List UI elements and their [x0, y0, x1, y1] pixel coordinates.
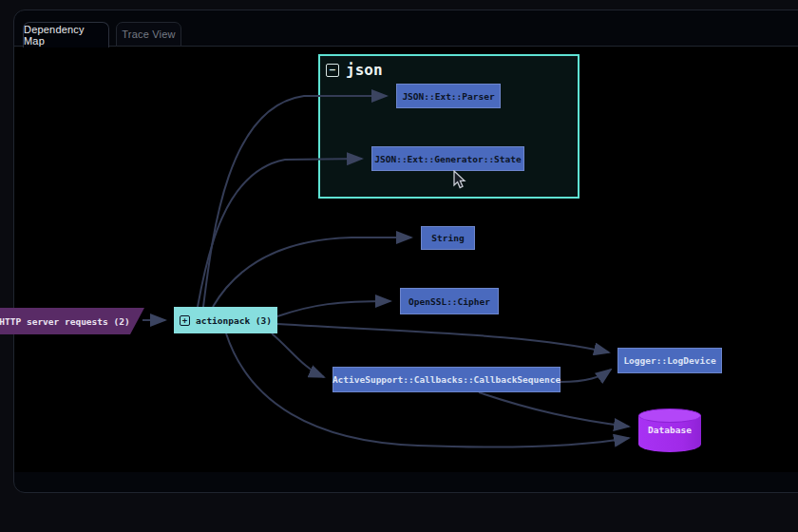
group-json-title: json: [346, 61, 383, 79]
group-json-header: − json: [326, 61, 383, 79]
edge-actionpack-openssl: [277, 301, 390, 316]
node-database-label: Database: [638, 425, 701, 435]
node-json-ext-parser[interactable]: JSON::Ext::Parser: [396, 84, 501, 108]
node-actionpack[interactable]: + actionpack (3): [174, 307, 277, 333]
edge-actionpack-string: [213, 238, 411, 307]
node-actionpack-label: actionpack (3): [196, 315, 272, 326]
database-cylinder-top: [638, 408, 701, 423]
dependency-graph: − json: [0, 0, 798, 532]
node-logger-logdevice[interactable]: Logger::LogDevice: [618, 348, 722, 373]
edge-actionpack-logger: [277, 324, 609, 352]
dependency-map-window: Dependency Map Trace View − json: [0, 0, 798, 532]
group-json[interactable]: − json: [318, 54, 580, 199]
node-json-ext-generator-state[interactable]: JSON::Ext::Generator::State: [371, 146, 524, 171]
edge-callback-database: [479, 392, 629, 427]
edge-actionpack-callback: [272, 333, 324, 377]
node-callback-sequence[interactable]: ActiveSupport::Callbacks::CallbackSequen…: [332, 367, 560, 392]
node-openssl-cipher[interactable]: OpenSSL::Cipher: [400, 288, 499, 314]
node-http-server-requests[interactable]: HTTP server requests (2): [0, 308, 144, 334]
collapse-icon[interactable]: −: [326, 64, 339, 77]
expand-icon[interactable]: +: [180, 315, 190, 326]
edge-callback-logger: [560, 370, 611, 382]
node-database[interactable]: Database: [638, 408, 701, 452]
node-string[interactable]: String: [421, 226, 475, 250]
